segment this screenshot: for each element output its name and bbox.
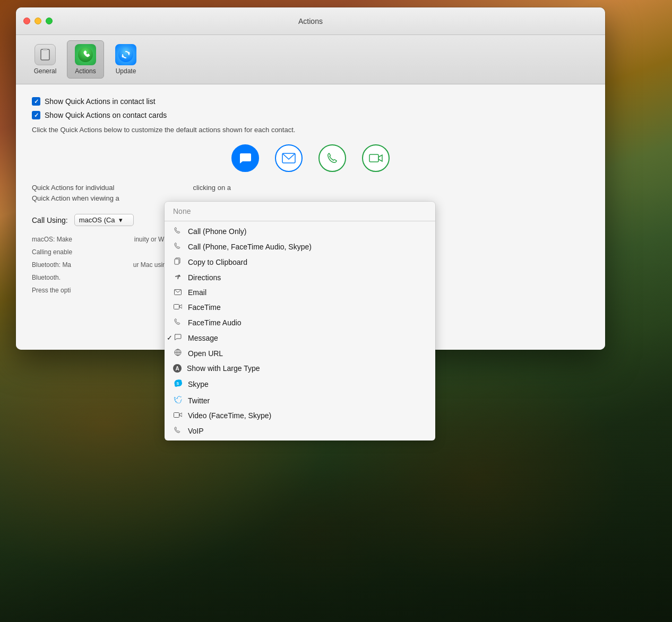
checkbox-label-2: Show Quick Actions on contact cards (45, 111, 167, 119)
video-icon (173, 411, 183, 420)
titlebar: Actions (16, 7, 605, 35)
tab-actions-label: Actions (75, 67, 96, 75)
maximize-button[interactable] (46, 18, 53, 24)
copy-label: Copy to Clipboard (188, 258, 247, 266)
svg-rect-11 (174, 305, 179, 309)
qa-btn-phone[interactable] (318, 144, 346, 172)
tab-update[interactable]: Update (107, 40, 144, 79)
dropdown-item-twitter[interactable]: Twitter (165, 393, 435, 408)
svg-rect-1 (43, 48, 47, 50)
facetime-icon (173, 303, 183, 312)
voip-icon (173, 426, 183, 435)
directions-icon (173, 273, 183, 282)
svg-rect-0 (41, 49, 49, 60)
toolbar: General Actions (16, 35, 605, 84)
dropdown-none-header: None (165, 204, 435, 219)
email-icon (173, 288, 183, 297)
dropdown-item-open-url[interactable]: Open URL (165, 345, 435, 361)
dropdown-item-copy[interactable]: Copy to Clipboard (165, 254, 435, 270)
show-large-label: Show with Large Type (187, 364, 260, 373)
minimize-button[interactable] (35, 18, 41, 24)
tab-general[interactable]: General (27, 40, 64, 79)
general-icon (35, 44, 56, 65)
dropdown-item-voip[interactable]: VoIP (165, 423, 435, 438)
voip-label: VoIP (188, 427, 204, 435)
dropdown-item-show-large[interactable]: A Show with Large Type (165, 361, 435, 376)
qa-buttons-row (32, 144, 589, 172)
facetime-audio-label: FaceTime Audio (188, 318, 242, 327)
svg-rect-9 (175, 259, 179, 264)
twitter-icon (173, 396, 183, 405)
tab-actions[interactable]: Actions (67, 40, 104, 79)
call-phone-label: Call (Phone Only) (188, 227, 247, 236)
svg-point-3 (118, 47, 133, 62)
dropdown-item-facetime-audio[interactable]: FaceTime Audio (165, 315, 435, 330)
facetime-label: FaceTime (188, 303, 221, 312)
dropdown-item-email[interactable]: Email (165, 285, 435, 300)
actions-icon (75, 44, 96, 65)
twitter-label: Twitter (188, 396, 210, 405)
dropdown-item-video[interactable]: Video (FaceTime, Skype) (165, 408, 435, 423)
checkbox-row-1: Show Quick Actions in contact list (32, 97, 589, 106)
update-icon (115, 44, 136, 65)
checkbox-row-2: Show Quick Actions on contact cards (32, 111, 589, 119)
qa-btn-email[interactable] (275, 144, 303, 172)
phone-icon-2 (173, 242, 183, 251)
dropdown-menu: None Call (Phone Only) Call (Phone, Face… (165, 202, 435, 440)
dropdown-item-facetime[interactable]: FaceTime (165, 300, 435, 315)
svg-rect-7 (369, 154, 378, 162)
description-text: Click the Quick Actions below to customi… (32, 126, 589, 134)
qa-btn-message[interactable] (231, 144, 259, 172)
body-section: Quick Actions for individual clicking on… (32, 183, 589, 203)
checkbox-quick-actions-list[interactable] (32, 97, 40, 106)
tab-general-label: General (34, 67, 57, 75)
dropdown-item-skype[interactable]: S Skype (165, 376, 435, 393)
tab-update-label: Update (116, 67, 136, 75)
dropdown-separator-1 (165, 221, 435, 221)
video-label: Video (FaceTime, Skype) (188, 411, 271, 420)
dropdown-item-call-facetime[interactable]: Call (Phone, FaceTime Audio, Skype) (165, 239, 435, 254)
copy-icon (173, 257, 183, 266)
message-label: Message (188, 334, 218, 342)
call-label: Call Using: (32, 216, 68, 224)
skype-label: Skype (188, 380, 209, 388)
call-facetime-label: Call (Phone, FaceTime Audio, Skype) (188, 243, 312, 251)
facetime-audio-icon (173, 318, 183, 327)
open-url-icon (173, 349, 183, 358)
dropdown-item-directions[interactable]: Directions (165, 270, 435, 285)
qa-btn-facetime[interactable] (362, 144, 390, 172)
directions-label: Directions (188, 273, 221, 282)
call-select[interactable]: macOS (Ca ▾ (74, 214, 134, 226)
skype-icon: S (173, 379, 183, 390)
body-text-1: Quick Actions for individual clicking on… (32, 183, 589, 193)
email-label: Email (188, 288, 206, 297)
large-type-icon: A (173, 364, 182, 373)
close-button[interactable] (23, 18, 30, 24)
window-controls (23, 18, 53, 24)
message-icon (173, 333, 183, 342)
svg-rect-15 (174, 413, 179, 418)
checkbox-quick-actions-cards[interactable] (32, 111, 40, 119)
svg-text:S: S (177, 382, 179, 385)
window-title: Actions (298, 17, 323, 25)
dropdown-item-call-phone[interactable]: Call (Phone Only) (165, 223, 435, 239)
checkbox-label-1: Show Quick Actions in contact list (45, 97, 156, 106)
dropdown-item-message[interactable]: Message (165, 330, 435, 345)
open-url-label: Open URL (188, 349, 223, 358)
phone-icon-1 (173, 227, 183, 236)
